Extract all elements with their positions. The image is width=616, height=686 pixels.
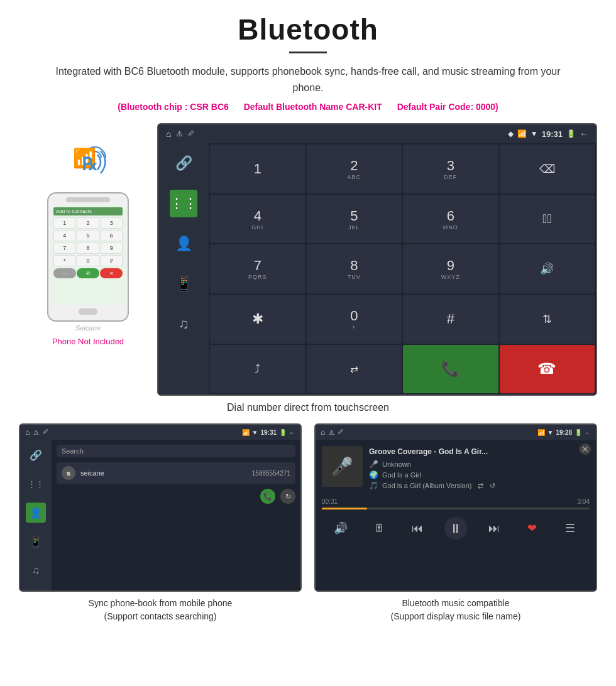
music-screen: ⌂ ⚠ ␥ 📶 ▼ 19:28 🔋 ← ✕ 🎤 xyxy=(314,423,597,592)
album-icon: 🌍 xyxy=(369,471,378,479)
phone-keypad: 1 2 3 4 5 6 7 8 9 * 0 # xyxy=(53,217,123,266)
contacts-caption-line2: (Support contacts searching) xyxy=(104,611,217,621)
dialer-body: 🔗 ⋮⋮ 👤 📱 ♫ 1 2ABC 3DEF ⌫ 4GHI 5JKL 6M xyxy=(158,143,596,395)
sidebar-link-icon[interactable]: 🔗 xyxy=(170,150,197,177)
dial-key-9[interactable]: 9WXYZ xyxy=(403,244,498,293)
music-status-left: ⌂ ⚠ ␥ xyxy=(321,428,343,437)
music-top: 🎤 Groove Coverage - God Is A Gir... 🎤 Un… xyxy=(322,446,590,492)
dial-caption: Dial number direct from touchscreen xyxy=(19,402,597,413)
contact-row: s seicane 15885554271 xyxy=(57,462,295,484)
phone-top-bar xyxy=(66,197,111,202)
music-status-time: 19:28 xyxy=(556,429,572,436)
sidebar-contacts-icon[interactable]: 👤 xyxy=(170,230,197,258)
dial-key-6[interactable]: 6MNO xyxy=(403,195,498,244)
contacts-refresh-button[interactable]: ↻ xyxy=(280,489,295,504)
contacts-sidebar-link[interactable]: 🔗 xyxy=(26,445,46,465)
time-current: 00:31 xyxy=(322,498,338,505)
phone-key-6: 6 xyxy=(101,230,123,241)
progress-bar-wrapper: 00:31 3:04 xyxy=(322,498,590,509)
dial-key-8[interactable]: 8TUV xyxy=(307,244,402,293)
contacts-body: 🔗 ⋮⋮ 👤 📱 ♫ Search s seicane 15885554271 xyxy=(20,440,300,591)
status-bar-dialer: ⌂ ⚠ ␥ ◆ 📶 ▼ 19:31 🔋 ← xyxy=(158,124,596,143)
contacts-call-button[interactable]: 📞 xyxy=(260,489,275,504)
phone-key-9: 9 xyxy=(101,242,123,254)
play-pause-button[interactable]: ⏸ xyxy=(444,517,467,540)
dial-key-5[interactable]: 5JKL xyxy=(307,195,402,244)
contacts-sidebar-person[interactable]: 👤 xyxy=(26,503,46,523)
dial-key-0[interactable]: 0+ xyxy=(307,295,402,344)
dial-key-backspace[interactable]: ⌫ xyxy=(500,144,595,193)
volume-control-icon[interactable]: 🔊 xyxy=(329,517,352,540)
description-text: Integrated with BC6 Bluetooth module, su… xyxy=(41,63,575,95)
contact-phone: 15885554271 xyxy=(252,470,290,477)
phone-home-btn xyxy=(79,308,97,315)
dial-key-4[interactable]: 4GHI xyxy=(210,195,305,244)
sidebar-keypad-icon[interactable]: ⋮⋮ xyxy=(170,190,197,217)
phone-key-hash: # xyxy=(101,255,123,266)
phone-screen: Add to Contacts 1 2 3 4 5 6 7 8 9 * 0 # xyxy=(51,205,125,305)
next-track-button[interactable]: ⏭ xyxy=(483,517,505,540)
shuffle-icon: ⇄ xyxy=(478,482,483,490)
music-usb-icon: ␥ xyxy=(338,428,343,436)
home-icon: ⌂ xyxy=(166,129,171,139)
dial-key-mute[interactable]: 🎤⃠ xyxy=(500,195,595,244)
contacts-sidebar-calls[interactable]: 📱 xyxy=(26,531,46,552)
progress-fill xyxy=(322,508,367,509)
contacts-main: Search s seicane 15885554271 📞 ↻ xyxy=(52,440,300,591)
battery-icon: 🔋 xyxy=(566,129,576,138)
contacts-sidebar: 🔗 ⋮⋮ 👤 📱 ♫ xyxy=(20,440,52,591)
music-info: Groove Coverage - God Is A Gir... 🎤 Unkn… xyxy=(369,446,590,492)
music-caption: Bluetooth music compatible (Support disp… xyxy=(391,597,521,623)
phone-key-star: * xyxy=(53,255,75,266)
favorite-button[interactable]: ❤ xyxy=(521,517,544,540)
dial-key-3[interactable]: 3DEF xyxy=(403,144,498,193)
warning-icon: ⚠ xyxy=(176,129,183,138)
contacts-sidebar-music[interactable]: ♫ xyxy=(26,560,46,580)
seicane-label: Seicane xyxy=(75,324,101,332)
sidebar-music-icon[interactable]: ♫ xyxy=(170,310,197,338)
bt-signal-svg: ℞ xyxy=(63,142,113,183)
music-wifi-icon: ▼ xyxy=(547,429,554,436)
phone-key-0: 0 xyxy=(77,255,99,266)
contacts-warning-icon: ⚠ xyxy=(33,429,39,436)
music-battery-icon: 🔋 xyxy=(575,429,582,436)
dial-key-transfer[interactable]: ⇅ xyxy=(500,295,595,344)
contacts-screen: ⌂ ⚠ ␥ 📶 ▼ 19:31 🔋 ← 🔗 ⋮⋮ xyxy=(19,423,302,592)
contact-avatar: s xyxy=(62,466,75,480)
music-album: God Is a Girl xyxy=(382,471,421,479)
track-icon: 🎵 xyxy=(369,481,378,490)
car-screen-dialer: ⌂ ⚠ ␥ ◆ 📶 ▼ 19:31 🔋 ← 🔗 ⋮⋮ xyxy=(157,123,597,396)
dial-key-merge[interactable]: ⤴ xyxy=(210,345,305,394)
dial-key-hold[interactable]: ⇄ xyxy=(307,345,402,394)
contacts-search[interactable]: Search xyxy=(57,445,295,457)
status-time: 19:31 xyxy=(542,129,563,139)
sidebar-calls-icon[interactable]: 📱 xyxy=(170,270,197,298)
prev-track-button[interactable]: ⏮ xyxy=(406,517,429,540)
playlist-button[interactable]: ☰ xyxy=(559,517,581,540)
dial-key-end[interactable]: ☎ xyxy=(500,345,595,394)
dial-key-hash[interactable]: # xyxy=(403,295,498,344)
equalizer-icon[interactable]: 🎚 xyxy=(368,517,390,540)
status-bar-left: ⌂ ⚠ ␥ xyxy=(166,129,194,139)
music-track: God is a Girl (Album Version) xyxy=(382,482,471,489)
contacts-bt-icon: 📶 xyxy=(242,429,250,436)
bluetooth-icon-wrapper: 📶 ℞ xyxy=(63,142,113,186)
dial-key-call[interactable]: 📞 xyxy=(403,345,498,394)
music-status-bar: ⌂ ⚠ ␥ 📶 ▼ 19:28 🔋 ← xyxy=(316,425,596,440)
spec-default-name: Default Bluetooth Name CAR-KIT xyxy=(244,102,382,112)
status-bar-right: ◆ 📶 ▼ 19:31 🔋 ← xyxy=(508,129,588,139)
dial-key-1[interactable]: 1 xyxy=(210,144,305,193)
dial-key-star[interactable]: ✱ xyxy=(210,295,305,344)
contacts-sidebar-keypad[interactable]: ⋮⋮ xyxy=(26,474,46,494)
progress-track[interactable] xyxy=(322,508,590,509)
contacts-battery-icon: 🔋 xyxy=(279,429,287,436)
repeat-icon: ↺ xyxy=(490,482,495,490)
dial-key-volume[interactable]: 🔊 xyxy=(500,244,595,293)
contacts-caption-line1: Sync phone-book from mobile phone xyxy=(89,598,233,608)
back-icon: ← xyxy=(580,129,588,139)
dial-key-7[interactable]: 7PQRS xyxy=(210,244,305,293)
phone-bottom-row: ··· ✆ ✕ xyxy=(53,268,123,278)
dial-key-2[interactable]: 2ABC xyxy=(307,144,402,193)
artist-icon: 🎤 xyxy=(369,460,378,469)
contacts-status-time: 19:31 xyxy=(260,429,277,436)
